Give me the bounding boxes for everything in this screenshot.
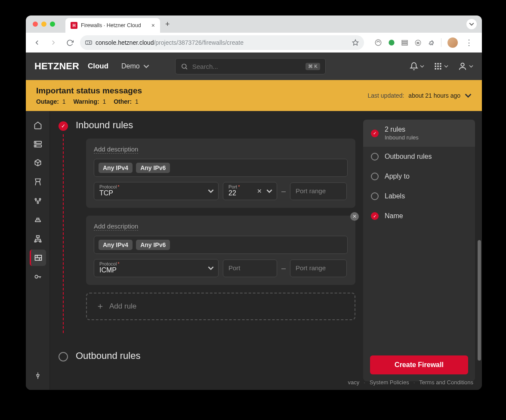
apps-button[interactable] (434, 62, 448, 71)
tab-title: Firewalls · Hetzner Cloud (81, 22, 141, 28)
sidebar-home[interactable] (30, 117, 46, 133)
status-expand-button[interactable] (465, 92, 472, 99)
search-shortcut: ⌘ K (305, 63, 320, 70)
sidebar-loadbalancers[interactable] (30, 174, 46, 190)
brand-logo[interactable]: HETZNER (34, 61, 79, 72)
svg-point-23 (35, 145, 36, 146)
nav-forward-button[interactable] (47, 37, 59, 49)
outage-count: 1 (62, 98, 66, 105)
step-inbound[interactable]: ✓ 2 rules Inbound rules (363, 120, 475, 147)
ip-chip[interactable]: Any IPv4 (99, 163, 133, 173)
ip-chip[interactable]: Any IPv4 (99, 240, 133, 250)
port-input[interactable]: Port (223, 259, 277, 277)
window-zoom[interactable] (50, 22, 55, 27)
add-rule-label: Add rule (109, 302, 136, 311)
remove-rule-button[interactable]: ✕ (350, 212, 359, 221)
svg-rect-10 (435, 63, 436, 65)
footer-policies[interactable]: System Policies (370, 379, 409, 386)
nav-back-button[interactable] (31, 37, 43, 49)
check-icon: ✓ (371, 212, 379, 220)
range-dash: – (281, 264, 286, 273)
outage-label: Outage: (36, 98, 59, 105)
browser-tab[interactable]: H Firewalls · Hetzner Cloud × (65, 18, 160, 33)
svg-point-31 (35, 275, 38, 278)
clear-icon[interactable]: ✕ (257, 188, 262, 195)
protocol-label: Protocol (99, 261, 117, 266)
chevron-down-icon (143, 63, 149, 69)
step-title: 2 rules (385, 126, 405, 133)
svg-marker-1 (352, 40, 358, 45)
browser-menu-icon[interactable]: ⋮ (464, 38, 474, 47)
nav-reload-button[interactable] (64, 37, 76, 49)
tab-close-icon[interactable]: × (151, 22, 155, 29)
footer-terms[interactable]: Terms and Conditions (419, 379, 473, 386)
scrollbar-thumb[interactable] (478, 240, 481, 361)
extension-icon[interactable] (401, 39, 408, 46)
port-input[interactable]: Port* 22 ✕ (223, 182, 277, 200)
protocol-value: ICMP (99, 266, 213, 274)
svg-rect-16 (435, 68, 436, 69)
window-minimize[interactable] (41, 22, 46, 27)
step-label: Apply to (385, 173, 410, 180)
svg-rect-29 (40, 241, 41, 242)
source-ips-input[interactable]: Any IPv4 Any IPv6 (94, 159, 348, 177)
sidebar-firewalls[interactable] (30, 250, 46, 266)
project-switcher[interactable]: Demo (121, 62, 149, 70)
create-firewall-button[interactable]: Create Firewall (370, 355, 468, 374)
extension-icon[interactable] (388, 39, 395, 46)
rule-card: Add description Any IPv4 Any IPv6 Protoc… (86, 139, 355, 208)
chevron-down-icon (420, 64, 424, 68)
user-menu-button[interactable] (458, 62, 473, 71)
url-text: console.hetzner.cloud/projects/3873726/f… (96, 39, 244, 46)
extensions-button[interactable] (428, 39, 435, 46)
ip-chip[interactable]: Any IPv6 (136, 240, 170, 250)
user-icon (458, 62, 467, 71)
source-ips-input[interactable]: Any IPv4 Any IPv6 (94, 236, 348, 254)
sidebar-networks[interactable] (30, 212, 46, 228)
sidebar-servers[interactable] (30, 136, 46, 152)
url-box[interactable]: console.hetzner.cloud/projects/3873726/f… (80, 35, 364, 50)
site-info-icon[interactable] (85, 40, 92, 46)
profile-avatar[interactable] (447, 37, 458, 48)
svg-rect-17 (437, 68, 438, 69)
step-outbound[interactable]: Outbound rules (363, 147, 475, 167)
port-placeholder: Port (228, 262, 272, 274)
add-description-link[interactable]: Add description (94, 222, 138, 231)
svg-point-2 (375, 40, 381, 46)
notifications-button[interactable] (410, 62, 424, 71)
port-range-placeholder: Port range (296, 185, 341, 197)
add-description-link[interactable]: Add description (94, 145, 138, 154)
footer-privacy[interactable]: vacy (348, 379, 360, 386)
extension-icon[interactable]: m (414, 39, 422, 46)
search-icon (181, 63, 188, 70)
chevron-down-icon (266, 188, 272, 194)
sidebar-item[interactable] (30, 231, 46, 247)
address-bar: console.hetzner.cloud/projects/3873726/f… (26, 33, 482, 52)
window-close[interactable] (33, 22, 38, 27)
sidebar-volumes[interactable] (30, 155, 46, 171)
port-range-input[interactable]: Port range (290, 182, 347, 200)
extension-icon[interactable] (374, 39, 382, 46)
sidebar-security[interactable] (30, 269, 46, 285)
sidebar-floating-ips[interactable] (30, 193, 46, 209)
step-apply[interactable]: Apply to (363, 167, 475, 186)
port-range-input[interactable]: Port range (290, 259, 347, 277)
circle-icon (371, 173, 379, 180)
ip-chip[interactable]: Any IPv6 (136, 163, 170, 173)
sidebar-pin[interactable] (30, 368, 46, 384)
tab-list-button[interactable] (466, 19, 477, 29)
step-labels[interactable]: Labels (363, 186, 475, 206)
step-name[interactable]: ✓ Name (363, 206, 475, 226)
search-input[interactable] (192, 63, 302, 70)
svg-point-26 (37, 202, 38, 204)
status-title: Important status messages (36, 86, 142, 96)
add-rule-button[interactable]: Add rule (86, 293, 355, 320)
bookmark-icon[interactable] (352, 39, 359, 46)
step-subtitle: Inbound rules (385, 134, 419, 141)
new-tab-button[interactable]: + (165, 20, 170, 29)
protocol-select[interactable]: Protocol* TCP (94, 182, 219, 200)
protocol-select[interactable]: Protocol* ICMP (94, 259, 219, 277)
svg-rect-18 (440, 68, 441, 69)
favicon-icon: H (71, 22, 77, 29)
search-box[interactable]: ⌘ K (175, 58, 326, 74)
